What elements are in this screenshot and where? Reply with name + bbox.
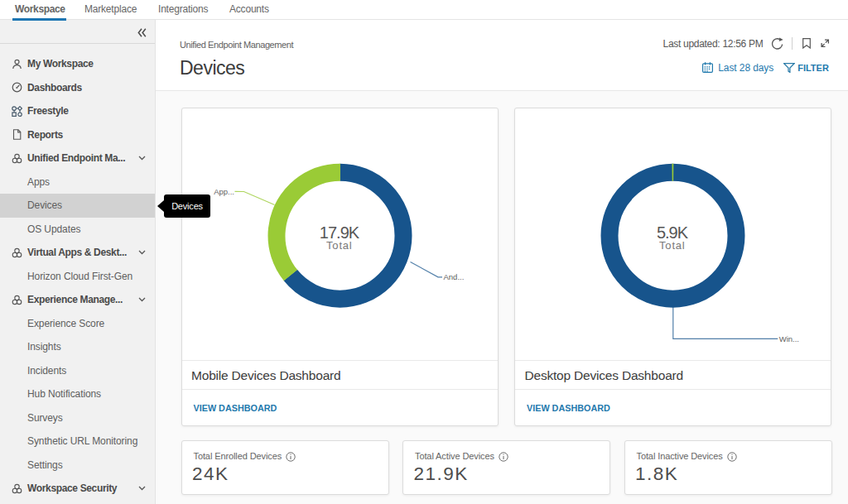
svg-text:Win...: Win... (779, 334, 799, 343)
svg-text:Total: Total (326, 239, 352, 252)
svg-text:App...: App... (214, 186, 234, 195)
svg-text:Total: Total (659, 239, 685, 252)
svg-text:And...: And... (443, 272, 464, 281)
